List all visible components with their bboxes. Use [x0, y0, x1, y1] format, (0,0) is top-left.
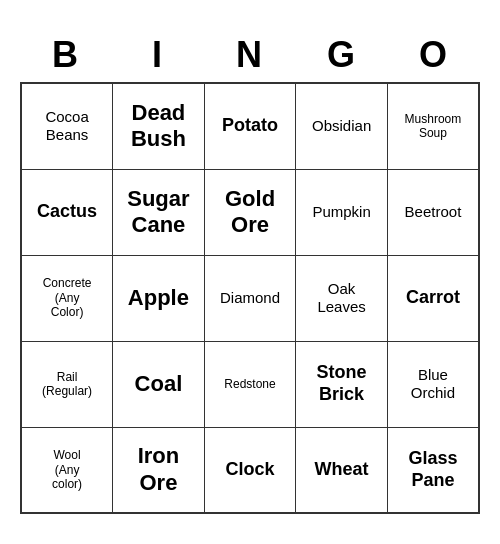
bingo-cell: DeadBush — [113, 83, 205, 169]
bingo-cell: Obsidian — [296, 83, 388, 169]
cell-label: Rail(Regular) — [24, 370, 110, 399]
bingo-card: BINGO CocoaBeansDeadBushPotatoObsidianMu… — [20, 30, 480, 514]
cell-label: Beetroot — [390, 203, 476, 221]
bingo-cell: BlueOrchid — [387, 341, 479, 427]
cell-label: SugarCane — [115, 186, 202, 239]
bingo-letter: I — [112, 30, 204, 80]
cell-label: Potato — [207, 115, 294, 137]
bingo-cell: Coal — [113, 341, 205, 427]
table-row: CocoaBeansDeadBushPotatoObsidianMushroom… — [21, 83, 479, 169]
bingo-cell: Carrot — [387, 255, 479, 341]
cell-label: IronOre — [115, 443, 202, 496]
cell-label: Obsidian — [298, 117, 385, 135]
cell-label: Clock — [207, 459, 294, 481]
bingo-header: BINGO — [20, 30, 480, 80]
table-row: Wool(Anycolor)IronOreClockWheatGlassPane — [21, 427, 479, 513]
bingo-cell: Redstone — [204, 341, 296, 427]
bingo-cell: CocoaBeans — [21, 83, 113, 169]
bingo-letter: G — [296, 30, 388, 80]
cell-label: Concrete(AnyColor) — [24, 276, 110, 319]
bingo-cell: GlassPane — [387, 427, 479, 513]
bingo-cell: StoneBrick — [296, 341, 388, 427]
bingo-letter: B — [20, 30, 112, 80]
bingo-cell: Clock — [204, 427, 296, 513]
bingo-letter: O — [388, 30, 480, 80]
cell-label: GoldOre — [207, 186, 294, 239]
bingo-cell: Apple — [113, 255, 205, 341]
cell-label: Wheat — [298, 459, 385, 481]
cell-label: Coal — [115, 371, 202, 397]
cell-label: OakLeaves — [298, 280, 385, 316]
bingo-letter: N — [204, 30, 296, 80]
cell-label: Pumpkin — [298, 203, 385, 221]
bingo-cell: Beetroot — [387, 169, 479, 255]
cell-label: Wool(Anycolor) — [24, 448, 110, 491]
bingo-cell: MushroomSoup — [387, 83, 479, 169]
bingo-cell: Wool(Anycolor) — [21, 427, 113, 513]
bingo-cell: Diamond — [204, 255, 296, 341]
bingo-cell: OakLeaves — [296, 255, 388, 341]
table-row: CactusSugarCaneGoldOrePumpkinBeetroot — [21, 169, 479, 255]
table-row: Rail(Regular)CoalRedstoneStoneBrickBlueO… — [21, 341, 479, 427]
cell-label: Carrot — [390, 287, 476, 309]
bingo-cell: Cactus — [21, 169, 113, 255]
cell-label: CocoaBeans — [24, 108, 110, 144]
cell-label: Diamond — [207, 289, 294, 307]
cell-label: Redstone — [207, 377, 294, 391]
cell-label: GlassPane — [390, 448, 476, 491]
bingo-cell: Rail(Regular) — [21, 341, 113, 427]
cell-label: BlueOrchid — [390, 366, 476, 402]
cell-label: Cactus — [24, 201, 110, 223]
cell-label: DeadBush — [115, 100, 202, 153]
bingo-cell: IronOre — [113, 427, 205, 513]
table-row: Concrete(AnyColor)AppleDiamondOakLeavesC… — [21, 255, 479, 341]
cell-label: StoneBrick — [298, 362, 385, 405]
bingo-grid: CocoaBeansDeadBushPotatoObsidianMushroom… — [20, 82, 480, 514]
cell-label: Apple — [115, 285, 202, 311]
bingo-cell: GoldOre — [204, 169, 296, 255]
bingo-cell: Pumpkin — [296, 169, 388, 255]
cell-label: MushroomSoup — [390, 112, 476, 141]
bingo-cell: Concrete(AnyColor) — [21, 255, 113, 341]
bingo-cell: Wheat — [296, 427, 388, 513]
bingo-cell: SugarCane — [113, 169, 205, 255]
bingo-cell: Potato — [204, 83, 296, 169]
